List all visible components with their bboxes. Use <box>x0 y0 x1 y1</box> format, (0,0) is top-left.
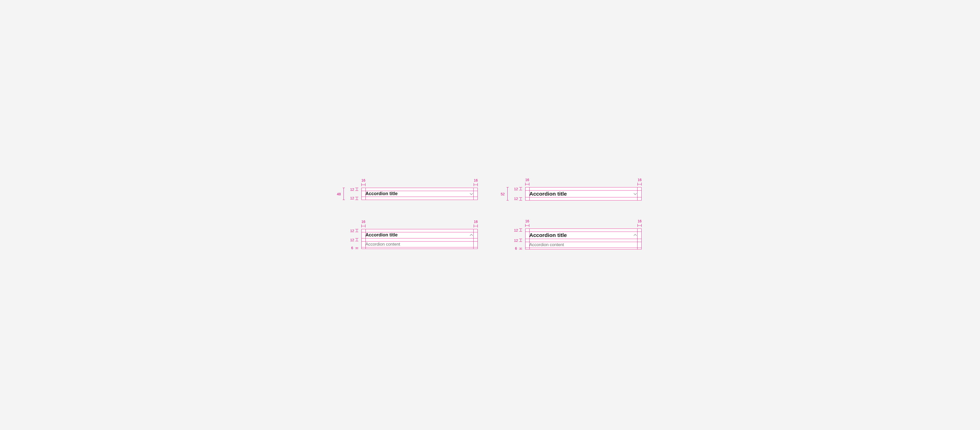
spec-label-right-pad: 16 <box>638 219 641 223</box>
spec-bracket-bottom-pad <box>355 197 358 200</box>
spec-bracket-top-pad <box>355 229 358 232</box>
accordion-collapsed-large: Accordion title <box>525 187 641 200</box>
chevron-up-icon <box>633 233 638 238</box>
spec-bracket-top-pad <box>519 187 522 190</box>
spec-label-bottom-pad: 12 <box>514 197 518 200</box>
spec-bracket-left-pad <box>361 183 366 186</box>
spec-bracket-mid-pad <box>355 238 358 241</box>
spec-label-left-pad: 16 <box>525 178 529 182</box>
accordion-header[interactable]: Accordion title <box>525 187 641 200</box>
spec-canvas: Accordion title 16 16 <box>294 129 686 301</box>
accordion-expanded-large: Accordion title Accordion content <box>525 228 641 249</box>
spec-label-top-pad: 12 <box>514 187 518 191</box>
spec-bracket-height <box>344 188 344 200</box>
spec-bracket-left-pad <box>361 224 366 227</box>
accordion-content: Accordion content <box>525 242 641 249</box>
spec-label-top-pad: 12 <box>350 188 354 191</box>
accordion-collapsed-small: Accordion title <box>361 188 478 200</box>
spec-bracket-left-pad <box>525 182 529 186</box>
spec-bracket-bottom-pad <box>519 197 522 200</box>
spec-bracket-top-pad <box>355 188 358 191</box>
accordion-content: Accordion content <box>361 241 478 249</box>
accordion-header[interactable]: Accordion title <box>361 229 478 241</box>
accordion-title: Accordion title <box>366 191 398 197</box>
spec-bracket-top-pad <box>519 228 522 232</box>
spec-label-right-pad: 16 <box>474 220 478 224</box>
spec-bracket-right-pad <box>474 224 478 227</box>
spec-small-collapsed: Accordion title 16 16 <box>361 188 478 200</box>
accordion-expanded-small: Accordion title Accordion content <box>361 229 478 249</box>
spec-label-left-pad: 16 <box>361 220 366 224</box>
spec-bracket-right-pad <box>474 183 478 186</box>
spec-label-top-pad: 12 <box>514 228 518 232</box>
spec-label-mid-pad: 12 <box>514 239 518 242</box>
spec-bracket-right-pad <box>638 224 641 227</box>
spec-bracket-bottom-pad <box>355 248 358 249</box>
spec-small-expanded: Accordion title Accordion content 16 1 <box>361 229 478 249</box>
spec-label-bottom-pad: 6 <box>351 246 353 250</box>
spec-label-left-pad: 16 <box>525 219 529 223</box>
spec-label-right-pad: 16 <box>638 178 641 182</box>
spec-label-mid-pad: 12 <box>350 238 354 242</box>
accordion-title: Accordion title <box>366 232 398 238</box>
spec-label-height: 48 <box>337 192 341 196</box>
spec-large-collapsed: Accordion title 16 16 12 <box>525 187 641 200</box>
accordion-title: Accordion title <box>529 232 567 238</box>
spec-bracket-mid-pad <box>519 239 522 242</box>
accordion-header[interactable]: Accordion title <box>525 228 641 242</box>
spec-bracket-bottom-pad <box>519 248 522 249</box>
spec-label-right-pad: 16 <box>474 179 478 182</box>
spec-large-expanded: Accordion title Accordion content 16 1 <box>525 228 641 249</box>
chevron-up-icon <box>469 233 474 238</box>
spec-label-bottom-pad: 12 <box>350 197 354 200</box>
spec-bracket-left-pad <box>525 224 529 227</box>
chevron-down-icon <box>469 192 474 196</box>
spec-label-bottom-pad: 6 <box>515 247 517 250</box>
accordion-title: Accordion title <box>529 190 567 197</box>
accordion-header[interactable]: Accordion title <box>361 188 478 200</box>
chevron-down-icon <box>633 192 638 196</box>
spec-label-top-pad: 12 <box>350 229 354 233</box>
spec-label-height: 52 <box>501 192 505 196</box>
spec-bracket-right-pad <box>638 182 641 186</box>
spec-label-left-pad: 16 <box>361 179 366 182</box>
